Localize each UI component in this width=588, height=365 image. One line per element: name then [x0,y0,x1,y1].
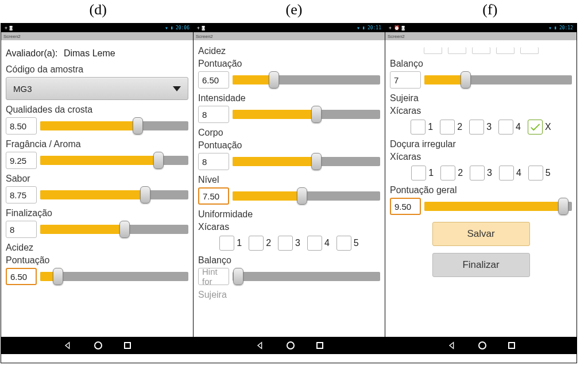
balance-value-f[interactable]: 7 [390,71,421,89]
sweet-cup-1[interactable] [411,166,426,180]
acidity-slider-d[interactable] [40,270,188,283]
android-navbar [194,337,385,354]
tag-d: (d) [0,1,196,18]
overall-slider[interactable] [424,200,572,213]
balance-slider-e[interactable] [233,270,380,283]
back-icon[interactable] [63,341,72,350]
app-title-bar: Screen2 [194,32,385,40]
android-navbar [385,337,577,354]
check-icon [529,121,541,133]
dirt-cup-3[interactable] [469,120,484,135]
body-slider[interactable] [233,155,380,168]
status-camera-icon: ◙ [402,25,405,30]
dirt-cup-4[interactable] [498,120,513,135]
chevron-down-icon [173,86,181,91]
dirt-cup-x[interactable] [528,120,543,135]
intensity-slider[interactable] [233,108,380,121]
recent-icon[interactable] [124,342,131,349]
flavor-label: Sabor [6,174,188,184]
clock: 20:06 [176,25,189,30]
acidity-slider-e[interactable] [233,74,380,86]
recent-icon[interactable] [508,342,515,349]
clock: 20:11 [368,25,381,30]
score-label-d: Pontuação [6,255,188,266]
fragrance-slider[interactable] [40,154,188,167]
sweet-cup-4[interactable] [499,166,514,180]
cup-3[interactable] [278,236,293,251]
balance-label-f: Balanço [390,59,572,69]
status-bar: +◙ ▾▮20:11 [194,24,385,32]
save-button[interactable]: Salvar [432,222,530,246]
evaluator-name: Dimas Leme [64,48,115,58]
cup-5[interactable] [336,236,351,251]
status-alarm-icon: ⏰ [394,25,400,30]
clock: 20:12 [559,25,573,30]
sample-code-label: Código da amostra [6,64,188,75]
status-bar: +◙ ▾▮20:06 [1,24,193,32]
body-value[interactable]: 8 [198,153,229,170]
flavor-value[interactable]: 8.75 [6,186,37,203]
crust-slider[interactable] [40,120,188,132]
sweet-cup-5[interactable] [528,166,543,180]
sweet-label: Doçura irregular [390,139,572,149]
sujeira-label-e: Sujeira [198,290,380,300]
recent-icon[interactable] [316,342,323,349]
uniformity-label: Uniformidade [198,209,380,220]
acidity-value-d[interactable]: 6.50 [6,268,37,285]
dirt-cups: 1 2 3 4 X [390,120,572,135]
status-bar: +⏰◙ ▾▮20:12 [385,24,577,32]
sample-code-dropdown[interactable]: MG3 [6,77,188,100]
level-value[interactable]: 7.50 [198,187,229,205]
flavor-slider[interactable] [40,189,188,201]
level-label: Nível [198,175,380,185]
app-title: Screen2 [388,34,405,39]
balance-slider-f[interactable] [424,74,572,86]
overall-value[interactable]: 9.50 [390,198,421,215]
screen-f: +⏰◙ ▾▮20:12 Screen2 Balanço 7 Sujeira Xí… [385,24,577,354]
acidity-value-e[interactable]: 6.50 [198,71,229,89]
status-add-icon: + [5,25,7,30]
back-icon[interactable] [447,341,457,350]
intensity-value[interactable]: 8 [198,106,229,123]
battery-icon: ▮ [554,25,557,30]
cup-1[interactable] [219,236,234,251]
home-icon[interactable] [287,341,295,349]
dirt-label: Sujeira [390,93,572,103]
sweet-cup-2[interactable] [440,166,455,180]
balance-value-e[interactable]: Hint for [198,268,229,285]
screen-e: +◙ ▾▮20:11 Screen2 Acidez Pontuação 6.50… [193,24,385,354]
crust-value[interactable]: 8.50 [6,117,37,135]
home-icon[interactable] [478,341,486,349]
cup-2[interactable] [249,236,264,251]
dirt-cup-1[interactable] [411,120,425,135]
overall-label: Pontuação geral [390,185,572,195]
cups-label-sweet: Xícaras [390,152,572,162]
wifi-icon: ▾ [357,25,360,31]
wifi-icon: ▾ [165,25,168,31]
score-label-e: Pontuação [198,59,380,69]
finish-slider[interactable] [40,223,188,236]
level-slider[interactable] [233,190,380,202]
evaluator-row: Avaliador(a): Dimas Leme [6,48,188,59]
cups-label-e: Xícaras [198,222,380,232]
fragrance-value[interactable]: 9.25 [6,152,37,169]
cup-4[interactable] [307,236,322,251]
ghost-cups-top [390,47,572,54]
home-icon[interactable] [94,341,102,349]
wifi-icon: ▾ [548,25,552,31]
finish-label: Finalização [6,208,188,218]
cups-label-dirt: Xícaras [390,106,572,116]
finalize-button[interactable]: Finalizar [432,253,530,277]
sweet-cups: 1 2 3 4 5 [390,166,572,180]
fragrance-label: Fragância / Aroma [6,139,188,149]
sweet-cup-3[interactable] [470,166,485,180]
crust-label: Qualidades da crosta [6,105,188,115]
tag-e: (e) [196,1,392,18]
tag-f: (f) [392,1,588,18]
body-score-label: Pontuação [198,140,380,151]
back-icon[interactable] [256,341,265,350]
finish-value[interactable]: 8 [6,221,37,238]
status-add-icon: + [389,25,392,30]
dirt-cup-2[interactable] [440,120,455,135]
acidity-label-d: Acidez [6,243,188,253]
